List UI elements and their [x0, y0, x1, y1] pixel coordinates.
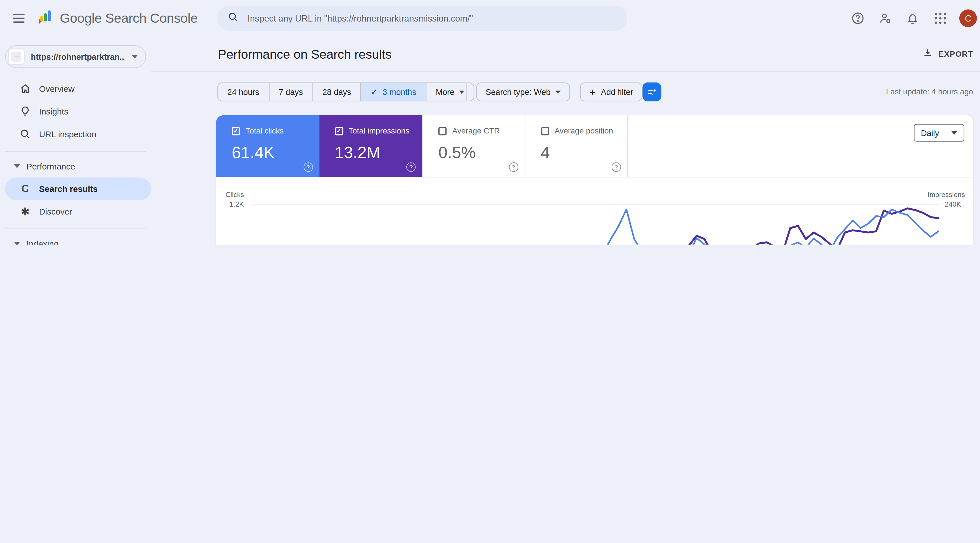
total-impressions-tile[interactable]: ✓Total impressions 13.2M ? — [319, 115, 422, 177]
sidebar-item-discover[interactable]: ✱ Discover — [0, 200, 151, 223]
sidebar-item-label: Overview — [39, 84, 75, 94]
download-icon — [922, 47, 934, 60]
right-axis-tick: 240K — [945, 200, 961, 208]
asterisk-icon: ✱ — [19, 205, 32, 218]
user-settings-icon[interactable] — [877, 10, 894, 27]
hamburger-menu-icon[interactable] — [13, 14, 25, 23]
avatar[interactable]: C — [959, 10, 977, 27]
property-selector[interactable]: https://rohnertparktran... — [5, 45, 146, 68]
range-24-hours[interactable]: 24 hours — [218, 83, 269, 101]
main-content: Performance on Search results EXPORT 24 … — [151, 37, 980, 245]
sidebar-item-insights[interactable]: Insights — [0, 100, 151, 123]
apps-grid-icon[interactable] — [932, 10, 949, 27]
filter-settings-button[interactable] — [643, 83, 662, 102]
help-circle-icon[interactable]: ? — [406, 162, 416, 172]
product-name: Google Search Console — [60, 11, 198, 26]
total-impressions-value: 13.2M — [335, 143, 422, 162]
total-clicks-tile[interactable]: ✓Total clicks 61.4K ? — [216, 115, 319, 177]
sidebar: https://rohnertparktran... Overview Insi… — [0, 37, 151, 245]
checkbox-unchecked-icon[interactable] — [541, 127, 549, 135]
sidebar-item-label: URL inspection — [39, 129, 96, 138]
section-collapse-icon — [14, 164, 20, 168]
search-type-chip[interactable]: Search type: Web — [476, 83, 570, 102]
average-ctr-value: 0.5% — [438, 143, 524, 162]
right-axis-title: Impressions — [909, 191, 965, 198]
add-filter-chip[interactable]: + Add filter — [580, 83, 643, 102]
magnifier-icon — [19, 128, 32, 140]
left-axis-tick: 1.2K — [216, 200, 244, 208]
average-position-value: 4 — [541, 143, 627, 162]
sidebar-item-label: Discover — [39, 207, 72, 216]
right-axis-tick: 160K — [945, 244, 961, 245]
average-ctr-tile[interactable]: Average CTR 0.5% ? — [422, 115, 525, 177]
url-inspect-searchbar[interactable] — [217, 6, 627, 31]
filter-bar: 24 hours 7 days 28 days ✓3 months More S… — [151, 72, 980, 111]
sidebar-section-indexing[interactable]: Indexing — [0, 234, 151, 245]
range-3-months[interactable]: ✓3 months — [361, 83, 426, 101]
property-favicon — [8, 48, 25, 65]
check-icon: ✓ — [371, 87, 377, 97]
sidebar-divider — [5, 151, 146, 152]
range-7-days[interactable]: 7 days — [269, 83, 313, 101]
total-clicks-value: 61.4K — [232, 143, 319, 162]
performance-chart-card: ✓Total clicks 61.4K ? ✓Total impressions… — [216, 115, 973, 245]
help-circle-icon[interactable]: ? — [304, 162, 313, 172]
google-g-icon: G — [19, 183, 32, 195]
top-app-bar: Google Search Console C — [0, 0, 980, 37]
section-label: Performance — [26, 162, 75, 171]
chevron-down-icon — [555, 90, 561, 94]
checkbox-unchecked-icon[interactable] — [438, 127, 447, 135]
page-title: Performance on Search results — [218, 47, 391, 62]
lightbulb-icon — [19, 105, 32, 117]
left-axis-title: Clicks — [226, 191, 244, 198]
export-button[interactable]: EXPORT — [922, 47, 973, 60]
sidebar-section-performance[interactable]: Performance — [0, 157, 151, 176]
sidebar-item-label: Search results — [39, 184, 98, 194]
filter-bar-divider — [466, 83, 467, 102]
last-update-text: Last update: 4 hours ago — [886, 87, 973, 96]
date-range-segmented-control: 24 hours 7 days 28 days ✓3 months More — [217, 83, 474, 102]
timeseries-chart[interactable] — [252, 204, 938, 245]
help-circle-icon[interactable]: ? — [612, 162, 621, 172]
property-label: https://rohnertparktran... — [31, 52, 125, 61]
search-icon — [228, 11, 239, 25]
sidebar-nav: Overview Insights URL inspection Perform… — [0, 77, 151, 245]
search-console-logo-icon — [37, 8, 54, 29]
chevron-down-icon — [132, 55, 138, 59]
sidebar-item-url-inspection[interactable]: URL inspection — [0, 123, 151, 145]
checkbox-checked-icon[interactable]: ✓ — [232, 127, 240, 135]
app-window: Google Search Console C https://rohnertp… — [0, 0, 980, 245]
notifications-bell-icon[interactable] — [904, 10, 921, 27]
tiles-divider — [422, 177, 973, 178]
title-bar: Performance on Search results EXPORT — [151, 37, 980, 72]
sidebar-item-search-results[interactable]: G Search results — [5, 178, 151, 200]
plus-icon: + — [590, 86, 596, 97]
average-position-tile[interactable]: Average position 4 ? — [525, 115, 628, 177]
range-more[interactable]: More — [426, 83, 474, 101]
help-circle-icon[interactable]: ? — [509, 162, 518, 172]
chevron-down-icon — [951, 131, 957, 135]
sidebar-divider — [5, 229, 146, 229]
app-logo[interactable]: Google Search Console — [37, 8, 198, 29]
sidebar-item-overview[interactable]: Overview — [0, 77, 151, 100]
left-axis-tick: 800 — [216, 244, 244, 245]
help-icon[interactable] — [849, 10, 867, 27]
section-collapse-icon — [14, 242, 20, 245]
range-28-days[interactable]: 28 days — [313, 83, 361, 101]
checkbox-checked-icon[interactable]: ✓ — [335, 127, 343, 135]
granularity-select[interactable]: Daily — [914, 124, 964, 142]
home-icon — [19, 83, 32, 95]
search-input[interactable] — [246, 13, 617, 24]
chevron-down-icon — [460, 90, 465, 94]
sidebar-item-label: Insights — [39, 106, 68, 116]
section-label: Indexing — [26, 239, 59, 245]
